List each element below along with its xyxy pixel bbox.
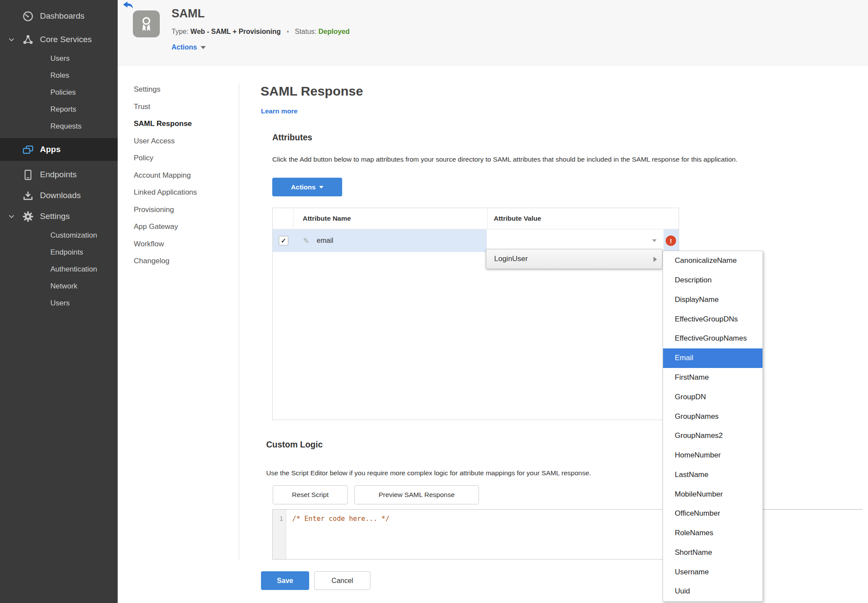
column-header-attribute-value: Attribute Value (488, 215, 679, 222)
status-label: Status: (295, 28, 317, 35)
subnav-item[interactable]: User Access (134, 133, 231, 150)
sidebar-item-label: Reports (49, 105, 76, 114)
table-header: Attribute Name Attribute Value (273, 208, 679, 229)
attributes-actions-button[interactable]: Actions (272, 178, 342, 196)
sidebar-item-label: Endpoints (38, 170, 77, 179)
sidebar: Dashboards Core Services Users Roles Pol… (0, 0, 118, 603)
sidebar-item-label: Policies (49, 88, 76, 97)
app-medal-icon (133, 10, 160, 37)
checkbox-checked-icon: ✓ (281, 237, 287, 245)
sidebar-item[interactable]: Requests (0, 118, 118, 135)
sidebar-item[interactable]: Customization (0, 227, 118, 244)
sidebar-item[interactable]: Endpoints (0, 164, 118, 185)
sidebar-item-icon (17, 34, 38, 46)
app-subnav: Settings Trust SAML Response User Access… (134, 81, 231, 270)
submenu-item[interactable]: CanonicalizeName (663, 251, 762, 271)
subnav-item[interactable]: App Gateway (134, 218, 231, 235)
editor-code-line[interactable]: /* Enter code here... */ (286, 510, 389, 559)
sidebar-item-label: Users (49, 299, 69, 308)
sidebar-item-icon (17, 190, 38, 202)
subnav-item[interactable]: Provisioning (134, 201, 231, 219)
custom-logic-description: Use the Script Editor below if you requi… (266, 469, 591, 477)
subnav-item[interactable]: Settings (134, 81, 231, 98)
sidebar-item-label: Users (49, 54, 69, 63)
subnav-item[interactable]: Trust (134, 98, 231, 116)
value-menu-parent-item[interactable]: LoginUser (486, 249, 663, 269)
sidebar-item-label: Core Services (38, 35, 92, 44)
sidebar-item[interactable]: Core Services (0, 29, 118, 50)
sidebar-item[interactable]: Settings (0, 206, 118, 227)
submenu-item[interactable]: OfficeNumber (663, 504, 762, 523)
app-header: SAML Type: Web - SAML + Provisioning • S… (118, 0, 868, 66)
sidebar-item-label: Authentication (49, 265, 97, 274)
sidebar-item[interactable]: Roles (0, 67, 118, 84)
type-value: Web - SAML + Provisioning (191, 28, 281, 35)
sidebar-item[interactable]: Authentication (0, 261, 118, 278)
learn-more-link[interactable]: Learn more (261, 107, 297, 115)
submenu-item[interactable]: Email (663, 348, 762, 368)
subnav-item[interactable]: Linked Applications (134, 184, 231, 201)
preview-saml-response-button[interactable]: Preview SAML Response (354, 485, 479, 504)
submenu-item[interactable]: Username (663, 562, 762, 582)
sidebar-item[interactable]: Downloads (0, 185, 118, 206)
caret-down-icon (319, 186, 323, 189)
app-meta: Type: Web - SAML + Provisioning • Status… (172, 28, 350, 36)
submenu-item[interactable]: GroupNames (663, 407, 762, 426)
submenu-item[interactable]: Description (663, 271, 762, 290)
caret-right-icon (653, 257, 657, 262)
submenu-item[interactable]: DisplayName (663, 290, 762, 310)
subnav-item[interactable]: SAML Response (134, 115, 231, 133)
attributes-heading: Attributes (272, 133, 312, 142)
sidebar-item-icon (17, 10, 38, 22)
edit-pencil-icon: ✎ (303, 236, 309, 245)
save-button[interactable]: Save (261, 571, 309, 590)
script-editor[interactable]: 1 /* Enter code here... */ (272, 509, 664, 560)
submenu-item[interactable]: EffectiveGroupDNs (663, 309, 762, 329)
subnav-item[interactable]: Policy (134, 149, 231, 167)
sidebar-item[interactable]: Policies (0, 84, 118, 101)
sidebar-item[interactable]: Users (0, 50, 118, 67)
sidebar-item-label: Requests (49, 122, 82, 131)
row-checkbox[interactable]: ✓ (279, 236, 288, 245)
sidebar-item[interactable]: Reports (0, 101, 118, 118)
submenu-item[interactable]: ShortName (663, 543, 762, 562)
submenu-item[interactable]: HomeNumber (663, 446, 762, 465)
submenu-item[interactable]: EffectiveGroupNames (663, 329, 762, 348)
submenu-item[interactable]: Uuid (663, 582, 762, 601)
submenu-item[interactable]: RoleNames (663, 523, 762, 543)
sidebar-item-label: Roles (49, 71, 69, 80)
subnav-item[interactable]: Changelog (134, 252, 231, 270)
caret-down-icon (652, 239, 657, 242)
submenu-item[interactable]: FirstName (663, 368, 762, 388)
submenu-item[interactable]: GroupDN (663, 387, 762, 407)
sidebar-item-icon (17, 211, 38, 222)
subnav-item[interactable]: Workflow (134, 235, 231, 253)
back-arrow-icon[interactable] (123, 1, 133, 9)
submenu-item[interactable]: GroupNames2 (663, 426, 762, 446)
custom-logic-heading: Custom Logic (266, 440, 323, 450)
attributes-table: Attribute Name Attribute Value ✓ ✎ email… (272, 208, 679, 420)
reset-script-button[interactable]: Reset Script (273, 485, 348, 504)
sidebar-item-label: Endpoints (49, 248, 83, 257)
sidebar-item-icon (17, 144, 38, 156)
sidebar-item[interactable]: Endpoints (0, 244, 118, 261)
sidebar-item-label: Network (49, 282, 77, 291)
header-actions-menu[interactable]: Actions (172, 43, 206, 51)
cancel-button[interactable]: Cancel (314, 571, 370, 590)
sidebar-item[interactable]: Apps (0, 138, 118, 161)
sidebar-item-label: Settings (38, 212, 70, 221)
sidebar-item-label: Apps (38, 145, 61, 154)
header-actions-label: Actions (172, 43, 197, 51)
chevron-down-icon (5, 36, 17, 44)
subnav-item[interactable]: Account Mapping (134, 167, 231, 184)
submenu-item[interactable]: LastName (663, 465, 762, 484)
checkbox-column-header (273, 208, 294, 229)
caret-down-icon (201, 46, 206, 49)
sidebar-item[interactable]: Dashboards (0, 6, 118, 27)
sidebar-item-label: Dashboards (38, 11, 84, 21)
sidebar-item[interactable]: Users (0, 295, 118, 311)
submenu-item[interactable]: MobileNumber (663, 484, 762, 504)
sidebar-item[interactable]: Network (0, 278, 118, 295)
editor-line-gutter: 1 (273, 510, 286, 559)
type-label: Type: (172, 28, 188, 35)
